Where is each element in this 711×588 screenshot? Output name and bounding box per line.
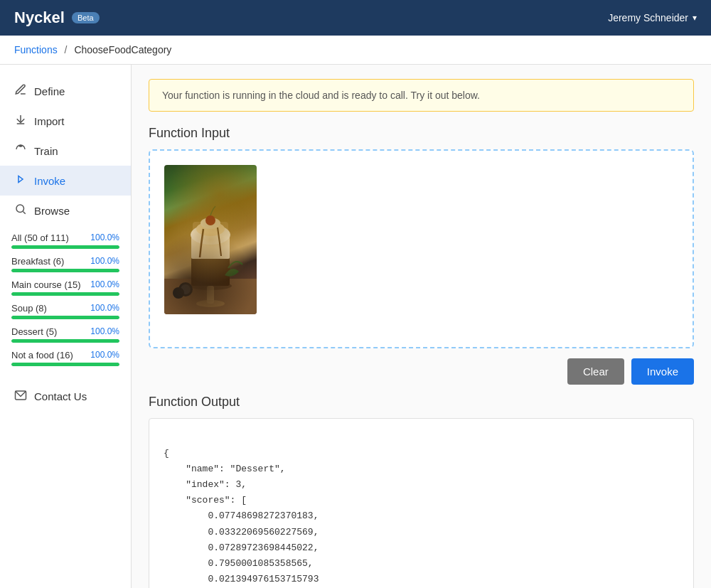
sidebar: Define Import Train Invoke Browse: [0, 65, 132, 588]
breadcrumb-current: ChooseFoodCategory: [74, 44, 171, 55]
stats-section: All (50 of 111) 100.0% Breakfast (6) 100…: [0, 225, 131, 366]
progress-fill-maincourse: [11, 292, 119, 296]
sidebar-item-train[interactable]: Train: [0, 136, 131, 166]
action-row: Clear Invoke: [149, 358, 694, 385]
clear-button[interactable]: Clear: [567, 358, 624, 385]
function-output-section: Function Output { "name": "Dessert", "in…: [149, 395, 694, 588]
progress-fill-all: [11, 245, 119, 249]
logo: Nyckel: [14, 9, 65, 27]
progress-bar-breakfast: [11, 269, 119, 272]
sidebar-import-label: Import: [34, 115, 65, 127]
contact-us-item[interactable]: Contact Us: [0, 380, 131, 412]
invoke-icon: [14, 173, 27, 188]
app-header: Nyckel Beta Jeremy Schneider ▾: [0, 0, 711, 36]
stat-row-all: All (50 of 111) 100.0%: [11, 232, 119, 249]
stat-name-dessert: Dessert (5): [11, 326, 57, 337]
stat-name-breakfast: Breakfast (6): [11, 256, 64, 267]
progress-bar-maincourse: [11, 292, 119, 296]
input-dropzone[interactable]: [149, 149, 694, 348]
progress-fill-breakfast: [11, 269, 119, 272]
sidebar-item-define[interactable]: Define: [0, 76, 131, 106]
beta-badge: Beta: [72, 12, 100, 23]
stat-pct-all: 100.0%: [90, 232, 119, 243]
alert-banner: Your function is running in the cloud an…: [149, 79, 694, 112]
chevron-down-icon: ▾: [693, 13, 697, 23]
progress-bar-notfood: [11, 363, 119, 366]
train-icon: [14, 143, 27, 159]
progress-bar-dessert: [11, 339, 119, 343]
alert-text: Your function is running in the cloud an…: [162, 90, 480, 101]
svg-point-0: [16, 205, 24, 213]
sidebar-item-invoke[interactable]: Invoke: [0, 166, 131, 196]
stat-pct-dessert: 100.0%: [90, 326, 119, 337]
user-menu[interactable]: Jeremy Schneider ▾: [608, 12, 697, 23]
function-input-section: Function Input: [149, 126, 694, 348]
stat-name-soup: Soup (8): [11, 303, 47, 314]
progress-fill-notfood: [11, 363, 119, 366]
main-layout: Define Import Train Invoke Browse: [0, 65, 711, 588]
stat-name-notfood: Not a food (16): [11, 350, 73, 360]
stat-name-all: All (50 of 111): [11, 232, 69, 243]
breadcrumb-functions-link[interactable]: Functions: [14, 44, 58, 55]
header-left: Nyckel Beta: [14, 9, 100, 27]
food-image-overlay: [164, 165, 257, 314]
output-json-box: { "name": "Dessert", "index": 3, "scores…: [149, 418, 694, 588]
email-icon: [14, 389, 27, 404]
main-content: Your function is running in the cloud an…: [132, 65, 711, 588]
stat-pct-notfood: 100.0%: [90, 350, 119, 360]
sidebar-train-label: Train: [34, 145, 58, 157]
edit-icon: [14, 83, 27, 99]
progress-fill-dessert: [11, 339, 119, 343]
function-input-title: Function Input: [149, 126, 694, 141]
function-output-title: Function Output: [149, 395, 694, 410]
stat-name-maincourse: Main course (15): [11, 279, 81, 290]
sidebar-define-label: Define: [34, 85, 65, 97]
stat-pct-maincourse: 100.0%: [90, 279, 119, 290]
sidebar-browse-label: Browse: [34, 205, 70, 217]
import-icon: [14, 113, 27, 129]
browse-icon: [14, 203, 27, 218]
user-name: Jeremy Schneider: [608, 12, 688, 23]
food-image: [164, 165, 257, 314]
output-json-text: { "name": "Dessert", "index": 3, "scores…: [164, 448, 363, 588]
progress-bar-soup: [11, 316, 119, 319]
stat-row-dessert: Dessert (5) 100.0%: [11, 326, 119, 343]
sidebar-item-browse[interactable]: Browse: [0, 196, 131, 225]
stat-pct-soup: 100.0%: [90, 303, 119, 314]
progress-fill-soup: [11, 316, 119, 319]
sidebar-invoke-label: Invoke: [34, 175, 65, 187]
invoke-button[interactable]: Invoke: [631, 358, 694, 385]
breadcrumb-separator: /: [65, 44, 68, 55]
stat-row-notfood: Not a food (16) 100.0%: [11, 350, 119, 366]
stat-row-maincourse: Main course (15) 100.0%: [11, 279, 119, 296]
breadcrumb: Functions / ChooseFoodCategory: [0, 36, 711, 65]
stat-row-breakfast: Breakfast (6) 100.0%: [11, 256, 119, 272]
stat-row-soup: Soup (8) 100.0%: [11, 303, 119, 319]
sidebar-item-import[interactable]: Import: [0, 106, 131, 136]
stat-pct-breakfast: 100.0%: [90, 256, 119, 267]
progress-bar-all: [11, 245, 119, 249]
contact-us-label: Contact Us: [34, 390, 87, 402]
